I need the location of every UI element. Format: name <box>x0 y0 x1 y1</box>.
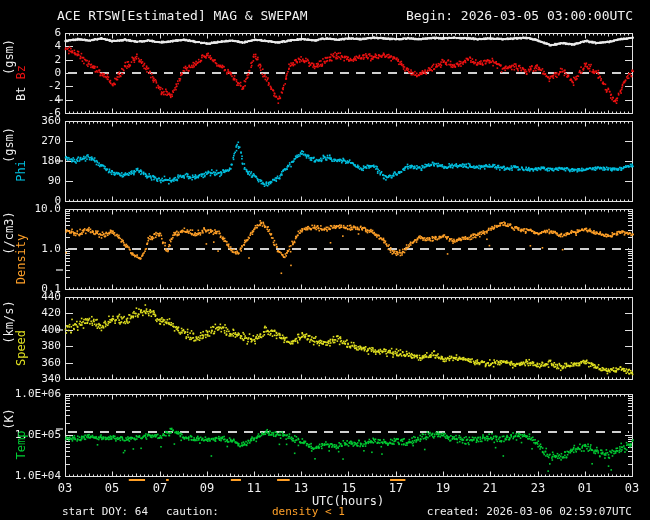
y-tick-label: 360 <box>2 115 61 127</box>
y-axis-unit: (gsm) <box>3 39 15 75</box>
ace-rtsw-plot: ACE RTSW[Estimated] MAG & SWEPAM Begin: … <box>0 0 650 520</box>
x-tick-label: 23 <box>524 482 552 494</box>
begin-timestamp: Begin: 2026-03-05 03:00:00UTC <box>406 8 633 23</box>
y-axis-label: Bt Bz <box>15 65 27 101</box>
x-tick-label: 03 <box>618 482 646 494</box>
y-tick-label: -2 <box>2 80 61 92</box>
y-tick-label: 90 <box>2 175 61 187</box>
y-axis-label: Phi <box>15 160 27 182</box>
footer-created-timestamp: created: 2026-03-06 02:59:07UTC <box>427 505 632 518</box>
footer-start-doy: start DOY: 64 <box>62 505 148 518</box>
y-axis-label: Speed <box>15 330 27 366</box>
y-axis-label-part: Bz <box>14 65 28 87</box>
y-axis-label: Density <box>15 233 27 284</box>
x-tick-label: 03 <box>51 482 79 494</box>
x-tick-label: 11 <box>240 482 268 494</box>
x-tick-label: 01 <box>571 482 599 494</box>
x-tick-label: 07 <box>146 482 174 494</box>
plot-canvas <box>0 0 650 520</box>
x-tick-label: 13 <box>287 482 315 494</box>
y-axis-unit: (km/s) <box>3 300 15 343</box>
y-axis-label: Temp <box>15 430 27 459</box>
footer-caution-value: density < 1 <box>272 505 345 518</box>
y-tick-label: 360 <box>2 357 61 369</box>
x-tick-label: 09 <box>193 482 221 494</box>
y-tick-label: 1.0E+04 <box>2 470 61 482</box>
y-axis-label-part: Density <box>14 233 28 284</box>
y-tick-label: 340 <box>2 373 61 385</box>
y-tick-label: -4 <box>2 94 61 106</box>
x-tick-label: 21 <box>476 482 504 494</box>
footer-caution-label: caution: <box>166 505 219 518</box>
y-tick-label: 6 <box>2 27 61 39</box>
plot-title: ACE RTSW[Estimated] MAG & SWEPAM <box>57 8 307 23</box>
x-tick-label: 15 <box>335 482 363 494</box>
y-axis-unit: (/cm3) <box>3 211 15 254</box>
x-tick-label: 19 <box>429 482 457 494</box>
y-axis-unit: (gsm) <box>3 127 15 163</box>
y-axis-label-part: Temp <box>14 430 28 459</box>
y-tick-label: 1.0E+05 <box>2 429 61 441</box>
y-tick-label: 1.0E+06 <box>2 388 61 400</box>
y-axis-label-part: Speed <box>14 330 28 366</box>
y-axis-label-part: Bt <box>14 86 28 100</box>
x-tick-label: 05 <box>98 482 126 494</box>
x-tick-label: 17 <box>382 482 410 494</box>
y-axis-label-part: Phi <box>14 160 28 182</box>
y-axis-unit: (K) <box>3 408 15 430</box>
